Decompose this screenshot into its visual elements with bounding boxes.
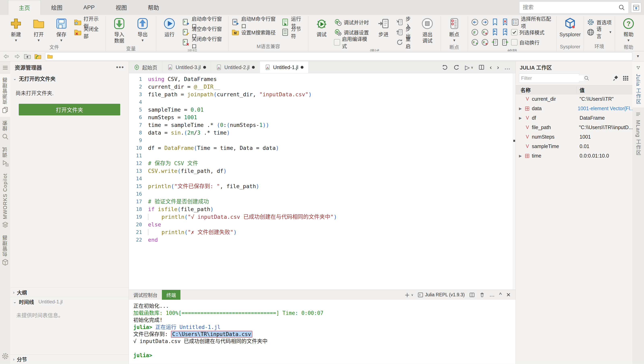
kill-terminal-icon[interactable] — [479, 292, 485, 298]
ribbon-item-语言[interactable]: 语言▼ — [586, 28, 612, 37]
editor-scrollbar[interactable] — [513, 73, 516, 290]
column-value[interactable]: 值 — [576, 86, 584, 94]
ribbon-item-hash-add2[interactable]: # — [471, 38, 479, 47]
activity-item-MWORKS Copilot[interactable]: MWORKS Copilot — [0, 170, 10, 232]
split-terminal-icon[interactable] — [469, 292, 475, 298]
section-no-folder[interactable]: ⌄ 无打开的文件夹 — [10, 73, 129, 84]
editor-tab-Untitled-3.jl[interactable]: Untitled-3.jl — [162, 62, 211, 73]
ribbon-item-bookmark-left[interactable] — [491, 28, 499, 37]
editor-tab-起始页[interactable]: 起始页 — [129, 62, 162, 73]
open-folder-button[interactable]: 打开文件夹 — [19, 104, 120, 116]
sidebar-more-icon[interactable]: ••• — [116, 64, 124, 71]
ribbon-button-新建[interactable]: 新建▼ — [6, 16, 26, 42]
workspace-row-numSteps[interactable]: VnumSteps1001 — [516, 132, 632, 142]
close-panel-icon[interactable]: ✕ — [506, 292, 511, 298]
path-input[interactable] — [55, 54, 630, 59]
ribbon-button-退出调试[interactable]: 退出 调试 — [417, 16, 438, 44]
checkbox-unchecked-icon[interactable] — [334, 39, 340, 46]
ribbon-button-保存[interactable]: 保存▼ — [51, 16, 72, 42]
panel-more-icon[interactable]: … — [489, 292, 495, 298]
next-editor-icon[interactable]: › — [497, 64, 499, 71]
activity-item-包管理器[interactable]: 包管理器 — [0, 232, 10, 269]
outline-section-header[interactable]: › 大纲 — [10, 288, 129, 297]
ribbon-item-hash-add[interactable]: # — [471, 28, 479, 37]
clear-workspace-icon[interactable] — [612, 75, 619, 82]
editor-tab-Untitled-2.jl[interactable]: Untitled-2.jl — [211, 62, 260, 73]
settings-gear-icon[interactable] — [1, 349, 9, 364]
nav-forward-icon[interactable] — [12, 52, 21, 60]
ribbon-tab-主页[interactable]: 主页 — [8, 0, 41, 15]
ribbon-item-关闭命令行窗口[interactable]: 关闭命令行窗口 — [182, 38, 226, 47]
ribbon-item-bookmark-x[interactable] — [501, 18, 509, 26]
editor-tab-Untitled-1.jl[interactable]: Untitled-1.jl — [260, 62, 308, 73]
ribbon-item-启动M命令行窗口[interactable]: M启动M命令行窗口 — [232, 18, 279, 26]
ribbon-item-doc-out[interactable] — [501, 38, 509, 47]
sections-section-header[interactable]: › 分节 — [10, 354, 129, 364]
ribbon-button-调试[interactable]: 调试 — [311, 16, 332, 38]
activity-item-搜索[interactable]: 搜索 — [0, 117, 10, 144]
ribbon-item-bookmark-right[interactable] — [501, 28, 509, 37]
ribbon-tab-绘图[interactable]: 绘图 — [41, 0, 73, 15]
ribbon-button-Sysplorer[interactable]: Sysplorer — [560, 16, 581, 38]
ribbon-item-circ-right[interactable] — [481, 18, 489, 26]
panel-tab-终端[interactable]: 终端 — [162, 290, 180, 300]
ribbon-button-运行[interactable]: 运行 — [159, 16, 180, 38]
ribbon-item-选择所有匹配项[interactable]: 选择所有匹配项 — [511, 18, 554, 26]
ribbon-item-自动换行[interactable]: 自动换行 — [511, 38, 554, 47]
maximize-panel-icon[interactable]: ^ — [499, 292, 502, 298]
column-name[interactable]: 名称 — [516, 86, 576, 94]
ribbon-item-circ-left[interactable] — [471, 18, 479, 26]
workspace-row-current_dir[interactable]: Vcurrent_dir"C:\\Users\\TR" — [516, 94, 632, 104]
new-terminal-icon[interactable]: ＋∨ — [404, 291, 413, 299]
menu-hamburger-icon[interactable] — [0, 62, 10, 74]
workspace-row-sampleTime[interactable]: VsampleTime0.01 — [516, 142, 632, 151]
undo-icon[interactable] — [442, 64, 448, 70]
prev-editor-icon[interactable]: ‹ — [490, 64, 492, 71]
side-tab-Julia 工作区[interactable]: Julia 工作区 — [632, 62, 644, 108]
ribbon-tab-视图[interactable]: 视图 — [105, 0, 137, 15]
more-actions-icon[interactable]: … — [504, 64, 510, 71]
activity-item-调试[interactable]: 调试 — [0, 144, 10, 170]
ribbon-item-分节符[interactable]: 分节符 — [281, 28, 305, 37]
code-editor[interactable]: 1using CSV, DataFrames2current_dir = @__… — [129, 73, 516, 290]
ribbon-item-关闭全部[interactable]: 关闭全部 — [74, 28, 103, 37]
ribbon-item-调试并计时[interactable]: 调试并计时 — [334, 18, 371, 26]
ribbon-item-hash-x2[interactable]: # — [481, 38, 489, 47]
panel-tab-调试控制台[interactable]: 调试控制台 — [129, 290, 162, 300]
terminal-output[interactable]: 正在初始化...加载函数库: 100%[====================… — [129, 300, 516, 364]
ribbon-tab-APP[interactable]: APP — [73, 0, 105, 15]
nav-back-icon[interactable] — [2, 52, 11, 60]
search-input[interactable] — [523, 4, 618, 11]
ribbon-button-步进[interactable]: 步进 — [373, 16, 394, 38]
grid-view-icon[interactable] — [622, 75, 629, 82]
workspace-row-time[interactable]: ▶time0.0:0.01:10.0 — [516, 151, 632, 160]
workspace-row-df[interactable]: ▶VdfDataFrame — [516, 113, 632, 123]
expand-caret-icon[interactable]: ▶ — [518, 106, 523, 111]
redo-icon[interactable] — [453, 64, 460, 70]
ribbon-button-导出[interactable]: 导出▼ — [132, 16, 153, 42]
split-editor-icon[interactable] — [478, 64, 484, 70]
ribbon-button-断点[interactable]: 断点▼ — [444, 16, 465, 42]
variable-value[interactable]: 1001-element Vector{Fl... — [574, 106, 632, 112]
checkbox-unchecked-icon[interactable] — [511, 39, 518, 46]
timeline-section-header[interactable]: ⌄ 时间线 Untitled-1.jl — [10, 297, 129, 306]
search-icon[interactable] — [618, 4, 625, 11]
ribbon-item-hash-x[interactable]: # — [481, 28, 489, 37]
ribbon-item-设置M搜索路径[interactable]: M设置M搜索路径 — [232, 28, 279, 37]
path-dropdown-icon[interactable]: ▼ — [634, 54, 642, 58]
collapse-ribbon-button[interactable] — [631, 2, 641, 13]
nav-goto-folder-icon[interactable] — [34, 52, 42, 60]
workspace-filter[interactable] — [519, 74, 579, 83]
side-tab-MLang 工作区[interactable]: MLang 工作区 — [632, 108, 644, 159]
workspace-row-file_path[interactable]: Vfile_path"C:\\Users\\TR\\inputD... — [516, 123, 632, 132]
activity-item-资源管理器[interactable]: 资源管理器 — [0, 74, 10, 117]
ribbon-item-重启[interactable]: 重启 — [396, 38, 415, 47]
ribbon-tab-帮助[interactable]: 帮助 — [137, 0, 170, 15]
ribbon-item-列选择模式[interactable]: 列选择模式 — [511, 28, 554, 37]
run-file-icon[interactable]: ▷∨ — [465, 64, 473, 71]
checkbox-checked-icon[interactable] — [511, 29, 518, 36]
ribbon-button-导入数据[interactable]: 导入 数据 — [108, 16, 130, 44]
ribbon-item-启用编译模式[interactable]: 启用编译模式 — [334, 38, 371, 47]
expand-caret-icon[interactable]: ▶ — [518, 154, 523, 158]
ribbon-item-bookmark[interactable] — [491, 18, 499, 26]
